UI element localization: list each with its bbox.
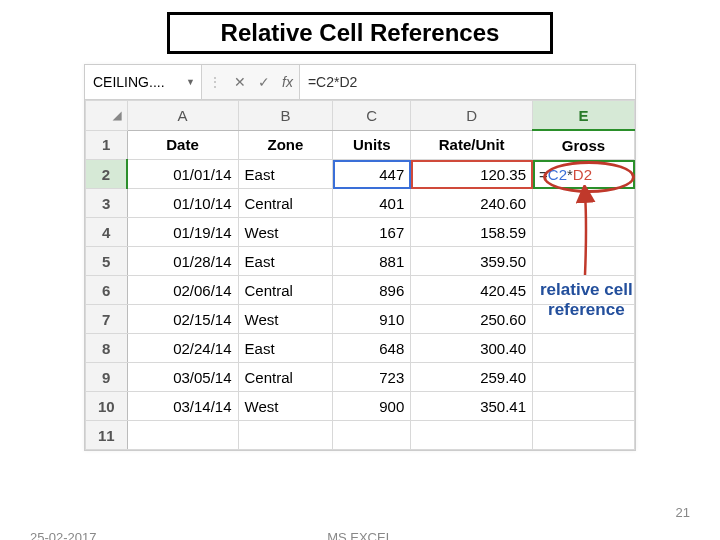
cell-c7[interactable]: 910 (333, 305, 411, 334)
cell-b6[interactable]: Central (238, 276, 333, 305)
cell-e10[interactable] (533, 392, 635, 421)
cell-b9[interactable]: Central (238, 363, 333, 392)
footer-page: 21 (676, 505, 690, 520)
cell-c4[interactable]: 167 (333, 218, 411, 247)
name-box[interactable]: CEILING.... ▼ (85, 65, 202, 99)
cell-c8[interactable]: 648 (333, 334, 411, 363)
cell-b8[interactable]: East (238, 334, 333, 363)
worksheet-grid[interactable]: ◢ A B C D E 1 Date Zone Units Rate/Unit … (85, 100, 635, 450)
cell-a3[interactable]: 01/10/14 (127, 189, 238, 218)
col-head-b[interactable]: B (238, 101, 333, 131)
cell-d11[interactable] (411, 421, 533, 450)
row-head-4[interactable]: 4 (86, 218, 128, 247)
cell-c9[interactable]: 723 (333, 363, 411, 392)
cell-e2-formula: =C2*D2 (539, 166, 592, 183)
annotation-text: relative cell reference (540, 280, 633, 321)
cell-b5[interactable]: East (238, 247, 333, 276)
cell-a5[interactable]: 01/28/14 (127, 247, 238, 276)
cell-d7[interactable]: 250.60 (411, 305, 533, 334)
row-head-8[interactable]: 8 (86, 334, 128, 363)
formula-text: =C2*D2 (308, 74, 357, 90)
cell-d9[interactable]: 259.40 (411, 363, 533, 392)
formula-tools: ⋮ ✕ ✓ fx (202, 65, 300, 99)
row-head-1[interactable]: 1 (86, 130, 128, 160)
dots-icon: ⋮ (208, 74, 222, 90)
name-box-dropdown-icon[interactable]: ▼ (186, 77, 195, 87)
cell-e8[interactable] (533, 334, 635, 363)
cell-b2[interactable]: East (238, 160, 333, 189)
cell-d1[interactable]: Rate/Unit (411, 130, 533, 160)
fx-icon[interactable]: fx (282, 74, 293, 90)
cell-c11[interactable] (333, 421, 411, 450)
cell-e4[interactable] (533, 218, 635, 247)
cell-d4[interactable]: 158.59 (411, 218, 533, 247)
formula-input[interactable]: =C2*D2 (300, 65, 635, 99)
cell-c1[interactable]: Units (333, 130, 411, 160)
excel-screenshot: CEILING.... ▼ ⋮ ✕ ✓ fx =C2*D2 ◢ A B C D … (84, 64, 636, 451)
cell-d10[interactable]: 350.41 (411, 392, 533, 421)
cell-a4[interactable]: 01/19/14 (127, 218, 238, 247)
row-head-9[interactable]: 9 (86, 363, 128, 392)
col-head-d[interactable]: D (411, 101, 533, 131)
cell-c10[interactable]: 900 (333, 392, 411, 421)
col-head-e[interactable]: E (533, 101, 635, 131)
row-head-10[interactable]: 10 (86, 392, 128, 421)
row-head-11[interactable]: 11 (86, 421, 128, 450)
cell-e3[interactable] (533, 189, 635, 218)
cell-b3[interactable]: Central (238, 189, 333, 218)
cell-c6[interactable]: 896 (333, 276, 411, 305)
row-head-2[interactable]: 2 (86, 160, 128, 189)
row-head-5[interactable]: 5 (86, 247, 128, 276)
cell-d3[interactable]: 240.60 (411, 189, 533, 218)
cell-a1[interactable]: Date (127, 130, 238, 160)
cell-b4[interactable]: West (238, 218, 333, 247)
cell-a9[interactable]: 03/05/14 (127, 363, 238, 392)
cell-d8[interactable]: 300.40 (411, 334, 533, 363)
cell-a8[interactable]: 02/24/14 (127, 334, 238, 363)
footer-date: 25-02-2017 (30, 530, 97, 540)
col-head-c[interactable]: C (333, 101, 411, 131)
row-head-3[interactable]: 3 (86, 189, 128, 218)
cell-a2[interactable]: 01/01/14 (127, 160, 238, 189)
cell-a10[interactable]: 03/14/14 (127, 392, 238, 421)
cell-c5[interactable]: 881 (333, 247, 411, 276)
cell-c2[interactable]: 447 (333, 160, 411, 189)
cell-d6[interactable]: 420.45 (411, 276, 533, 305)
confirm-icon[interactable]: ✓ (258, 74, 270, 90)
cell-e11[interactable] (533, 421, 635, 450)
cell-e5[interactable] (533, 247, 635, 276)
select-all-corner[interactable]: ◢ (86, 101, 128, 131)
cell-e1[interactable]: Gross (533, 130, 635, 160)
name-box-text: CEILING.... (93, 74, 165, 90)
cell-a6[interactable]: 02/06/14 (127, 276, 238, 305)
row-head-7[interactable]: 7 (86, 305, 128, 334)
cell-d2[interactable]: 120.35 (411, 160, 533, 189)
cell-b11[interactable] (238, 421, 333, 450)
col-head-a[interactable]: A (127, 101, 238, 131)
row-head-6[interactable]: 6 (86, 276, 128, 305)
cell-e2[interactable]: =C2*D2 (533, 160, 635, 189)
cell-b1[interactable]: Zone (238, 130, 333, 160)
cancel-icon[interactable]: ✕ (234, 74, 246, 90)
cell-d5[interactable]: 359.50 (411, 247, 533, 276)
cell-a7[interactable]: 02/15/14 (127, 305, 238, 334)
cell-b10[interactable]: West (238, 392, 333, 421)
cell-e9[interactable] (533, 363, 635, 392)
cell-b7[interactable]: West (238, 305, 333, 334)
cell-a11[interactable] (127, 421, 238, 450)
formula-bar: CEILING.... ▼ ⋮ ✕ ✓ fx =C2*D2 (85, 65, 635, 100)
slide-title: Relative Cell References (167, 12, 553, 54)
cell-c3[interactable]: 401 (333, 189, 411, 218)
footer-center: MS EXCEL (327, 530, 393, 540)
